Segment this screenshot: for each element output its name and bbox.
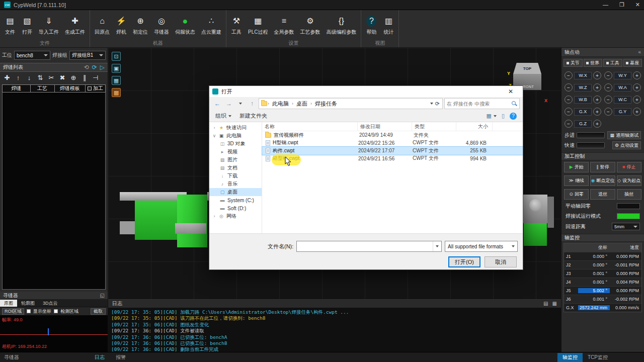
- nav-3d-objects[interactable]: 3D 对象: [209, 140, 262, 148]
- search-box[interactable]: [444, 98, 520, 109]
- jog-minus-button[interactable]: [604, 83, 612, 92]
- tab-raw-image[interactable]: 原图: [0, 300, 17, 307]
- back-button[interactable]: ←: [212, 99, 222, 109]
- jog-settings-button[interactable]: 点动设置: [612, 141, 641, 149]
- wire-feed-button[interactable]: 送丝: [590, 189, 615, 200]
- help-icon[interactable]: [510, 113, 517, 120]
- fast-slider[interactable]: [577, 142, 605, 148]
- nav-pictures[interactable]: 图片: [209, 156, 262, 164]
- retreat-distance-select[interactable]: 5mm: [612, 223, 640, 230]
- pointcloud-rebuild-button[interactable]: 点云重建: [198, 12, 224, 40]
- refresh-icon[interactable]: [84, 64, 89, 70]
- tools-button[interactable]: 工具: [228, 12, 245, 40]
- jog-plus-button[interactable]: [593, 83, 601, 92]
- filename-dropdown[interactable]: [433, 241, 441, 251]
- process-params-button[interactable]: 工艺参数: [297, 12, 323, 40]
- jog-minus-button[interactable]: [604, 71, 612, 79]
- file-button[interactable]: 文件: [2, 12, 19, 40]
- station-select[interactable]: bench8: [14, 51, 50, 60]
- column-header-type[interactable]: 类型: [412, 122, 456, 131]
- breadcrumb-weld-tasks[interactable]: 焊接任务: [312, 100, 340, 108]
- dialog-close-button[interactable]: [502, 86, 520, 97]
- search-input[interactable]: [447, 101, 510, 107]
- add-seam-icon[interactable]: [4, 74, 11, 81]
- nav-network[interactable]: 网络: [209, 212, 262, 220]
- column-header-seam[interactable]: 焊缝: [3, 85, 31, 92]
- statusbar-seam-finder-tab[interactable]: 寻缝器: [0, 354, 23, 361]
- move-up-icon[interactable]: [15, 74, 22, 81]
- checkbox-icon[interactable]: [88, 86, 92, 90]
- stats-button[interactable]: 统计: [380, 12, 397, 40]
- statusbar-tcp-monitor-tab[interactable]: TCP监控: [583, 353, 613, 362]
- jog-minus-button[interactable]: [604, 108, 612, 116]
- views-button[interactable]: [487, 113, 497, 119]
- tab-world[interactable]: 世界: [584, 59, 603, 67]
- expand-icon[interactable]: [100, 293, 105, 298]
- clear-log-icon[interactable]: [552, 301, 557, 306]
- texture-view-icon[interactable]: [112, 88, 121, 97]
- delete-icon[interactable]: [59, 74, 66, 81]
- columns-icon[interactable]: [81, 74, 88, 81]
- jog-plus-button[interactable]: [633, 108, 641, 116]
- statusbar-axis-monitor-tab[interactable]: 轴监控: [557, 353, 583, 362]
- target-icon[interactable]: [70, 74, 77, 81]
- flat-axis-home-indicator[interactable]: [617, 203, 640, 209]
- open-button[interactable]: 打开: [19, 12, 36, 40]
- file-row-selected[interactable]: 构件.cwpt 2024/9/22 17:07 CWPT 文件 255 KB: [262, 147, 523, 155]
- collapse-icon[interactable]: [638, 50, 641, 55]
- refresh-icon[interactable]: [435, 101, 440, 107]
- jog-plus-button[interactable]: [593, 120, 601, 128]
- chevron-right-icon[interactable]: [212, 214, 216, 219]
- detect-region-checkbox[interactable]: [54, 309, 58, 313]
- breadcrumb-desktop[interactable]: 桌面: [294, 100, 310, 108]
- jog-plus-button[interactable]: [633, 71, 641, 79]
- tab-base[interactable]: 基座: [623, 59, 642, 67]
- cancel-button[interactable]: 取消: [485, 256, 517, 267]
- file-row[interactable]: 箱型柱.cwpt 2024/9/21 16:56 CWPT 文件 994 KB: [262, 155, 523, 163]
- new-folder-button[interactable]: 新建文件夹: [239, 112, 267, 120]
- fit-view-icon[interactable]: [112, 64, 121, 73]
- home-zero-button[interactable]: 回零: [564, 189, 589, 200]
- file-row[interactable]: H型钢.cwpt 2024/9/22 15:26 CWPT 文件 4,869 K…: [262, 139, 523, 147]
- axis-test-button[interactable]: 通用轴测试: [607, 131, 641, 139]
- home-origin-button[interactable]: 回原点: [92, 12, 113, 40]
- start-button[interactable]: 开始: [564, 162, 589, 172]
- run-icon[interactable]: [100, 64, 105, 70]
- cut-icon[interactable]: [48, 74, 55, 81]
- initial-position-button[interactable]: 初定位: [130, 12, 151, 40]
- breadcrumb-this-pc[interactable]: 此电脑: [270, 100, 291, 108]
- tab-joint[interactable]: 关节: [564, 59, 583, 67]
- seam-table-body[interactable]: [2, 93, 106, 290]
- jog-plus-button[interactable]: [593, 96, 601, 104]
- column-header-name[interactable]: 名称: [262, 122, 358, 131]
- stop-button[interactable]: 停止: [617, 162, 641, 172]
- jog-plus-button[interactable]: [633, 96, 641, 104]
- file-row[interactable]: 宣传视频样件 2024/9/9 14:49 文件夹: [262, 131, 523, 139]
- align-icon[interactable]: [92, 74, 99, 81]
- wire-retract-button[interactable]: 抽丝: [617, 189, 641, 200]
- camera-image[interactable]: 帧率: 49.0 相机IP: 169.254.10.22: [0, 315, 108, 352]
- sync-icon[interactable]: [92, 64, 97, 70]
- advanced-program-params-button[interactable]: 高级编程参数: [323, 12, 359, 40]
- swap-icon[interactable]: [37, 74, 44, 81]
- forward-button[interactable]: →: [224, 99, 234, 109]
- nav-quick-access[interactable]: 快速访问: [209, 124, 262, 132]
- filename-combo[interactable]: [296, 241, 442, 252]
- up-button[interactable]: ↑: [247, 99, 257, 109]
- jog-minus-button[interactable]: [604, 96, 612, 104]
- seam-finder-button[interactable]: 寻缝器: [151, 12, 172, 40]
- nav-documents[interactable]: 文档: [209, 164, 262, 172]
- help-button[interactable]: 帮助: [363, 12, 380, 40]
- search-icon[interactable]: [512, 101, 517, 107]
- column-header-process[interactable]: 工艺: [31, 85, 55, 92]
- nav-system-c[interactable]: System (C:): [209, 196, 262, 204]
- set-start-button[interactable]: 设为起点: [617, 175, 641, 186]
- zoom-window-icon[interactable]: [112, 52, 121, 61]
- welder-button[interactable]: 焊机: [113, 12, 130, 40]
- chevron-down-icon[interactable]: [212, 133, 216, 138]
- capture-view-icon[interactable]: [112, 76, 121, 85]
- nav-videos[interactable]: 视频: [209, 148, 262, 156]
- weld-test-mode-indicator[interactable]: [617, 213, 640, 219]
- column-header-size[interactable]: 大小: [456, 122, 493, 131]
- plc-process-button[interactable]: PLC过程: [245, 12, 271, 40]
